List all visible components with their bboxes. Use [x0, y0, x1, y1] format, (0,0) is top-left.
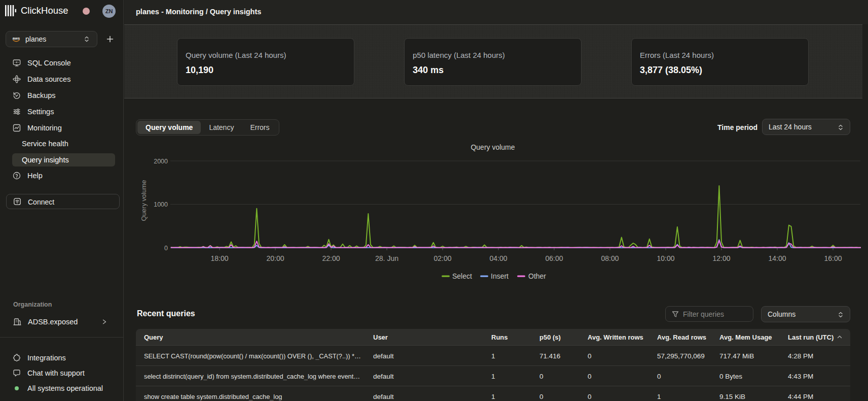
- svg-text:14:00: 14:00: [768, 254, 786, 262]
- svg-text:18:00: 18:00: [210, 254, 228, 262]
- svg-text:2000: 2000: [154, 158, 168, 165]
- svg-text:06:00: 06:00: [545, 254, 563, 262]
- svg-text:20:00: 20:00: [266, 254, 284, 262]
- svg-text:0: 0: [164, 245, 168, 252]
- svg-text:Select: Select: [452, 272, 472, 280]
- svg-text:08:00: 08:00: [601, 254, 619, 262]
- svg-text:Query volume: Query volume: [140, 180, 148, 221]
- svg-text:aws: aws: [13, 36, 20, 41]
- svg-text:1000: 1000: [154, 201, 168, 208]
- svg-text:02:00: 02:00: [433, 254, 451, 262]
- svg-text:Other: Other: [528, 272, 546, 280]
- svg-text:Query volume: Query volume: [471, 143, 515, 151]
- svg-text:12:00: 12:00: [712, 254, 730, 262]
- svg-text:16:00: 16:00: [824, 254, 842, 262]
- svg-text:04:00: 04:00: [489, 254, 507, 262]
- svg-text:28. Jun: 28. Jun: [375, 254, 399, 262]
- svg-text:10:00: 10:00: [657, 254, 674, 262]
- svg-text:Insert: Insert: [491, 272, 509, 280]
- svg-text:22:00: 22:00: [322, 254, 340, 262]
